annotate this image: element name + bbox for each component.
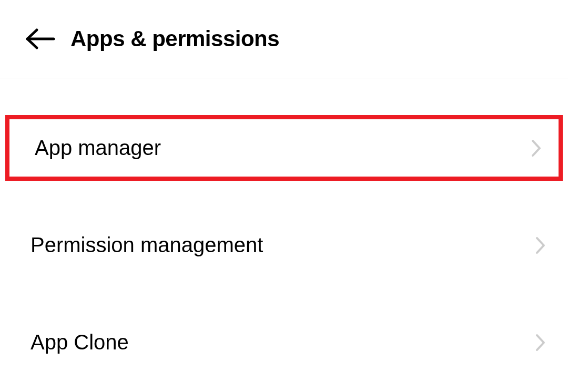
menu-item-app-clone[interactable]: App Clone [0, 310, 568, 375]
page-header: Apps & permissions [0, 0, 568, 78]
menu-item-label: App manager [35, 136, 161, 160]
back-button[interactable] [25, 28, 56, 50]
menu-item-label: App Clone [31, 331, 129, 354]
menu-item-app-manager[interactable]: App manager [5, 115, 563, 181]
chevron-right-icon [534, 332, 547, 353]
chevron-right-icon [534, 235, 547, 256]
back-arrow-icon [25, 28, 56, 50]
menu-item-label: Permission management [31, 233, 263, 257]
page-title: Apps & permissions [70, 26, 279, 51]
menu-list: App manager Permission management App Cl… [0, 78, 568, 375]
menu-item-permission-management[interactable]: Permission management [0, 212, 568, 278]
chevron-right-icon [530, 138, 543, 159]
